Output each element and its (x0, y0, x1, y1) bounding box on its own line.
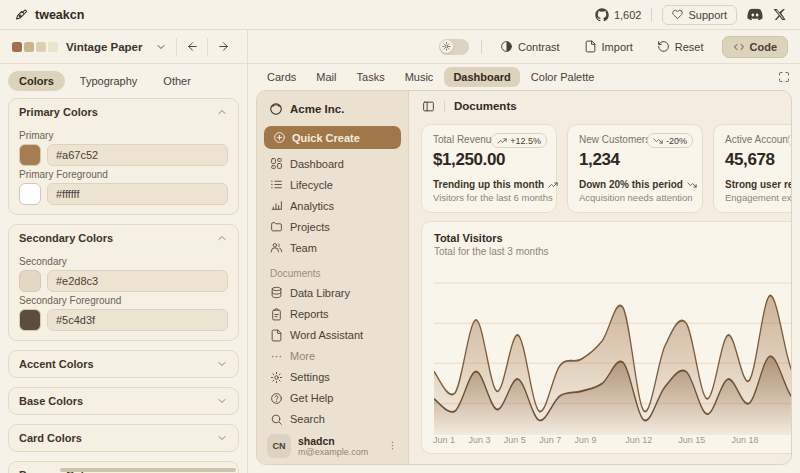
stat-label: Active Accounts (725, 134, 791, 145)
nav-label: Word Assistant (290, 329, 363, 341)
tab-mail[interactable]: Mail (307, 67, 345, 87)
quick-create-button[interactable]: Quick Create (264, 126, 401, 149)
section-primary-colors: Primary Colors Primary Primary Foregroun… (8, 98, 239, 215)
section-title: Secondary Colors (19, 232, 113, 244)
nav-item-data-library[interactable]: Data Library (264, 282, 401, 303)
nav-item-projects[interactable]: Projects (264, 216, 401, 237)
user-menu[interactable]: CN shadcn m@example.com (264, 430, 401, 458)
list-details-icon (270, 178, 283, 191)
sun-icon (440, 40, 453, 53)
stat-line1: Strong user retention (725, 179, 791, 190)
nav-item-search[interactable]: Search (264, 409, 401, 430)
stat-value: $1,250.00 (433, 150, 545, 170)
area-chart (434, 263, 791, 435)
users-icon (270, 241, 283, 254)
code-label: Code (750, 41, 778, 53)
hex-input-secondary-foreground[interactable] (47, 309, 228, 331)
layout-dashboard-icon (270, 157, 283, 170)
code-button[interactable]: Code (722, 36, 789, 58)
badge-value: -20% (666, 136, 687, 146)
nav-item-team[interactable]: Team (264, 237, 401, 258)
panel-left-toggle-icon[interactable] (422, 100, 435, 113)
stat-line1: Trending up this month (433, 179, 544, 190)
discord-icon[interactable] (747, 8, 763, 21)
section-accent-colors: Accent Colors (8, 350, 239, 378)
preview-area: Cards Mail Tasks Music Dashboard Color P… (248, 64, 800, 473)
pen-tool-logo-icon (14, 8, 28, 22)
section-title: Primary Colors (19, 106, 98, 118)
trend-badge: -20% (647, 133, 693, 148)
hex-input-primary[interactable] (47, 144, 228, 166)
theme-dropdown-button[interactable] (149, 37, 173, 57)
stat-line1: Down 20% this period (579, 179, 683, 190)
support-button[interactable]: Support (662, 5, 737, 25)
tab-colors[interactable]: Colors (8, 71, 65, 91)
color-swatch-secondary[interactable] (19, 270, 41, 292)
support-label: Support (688, 9, 727, 21)
file-icon (270, 329, 283, 342)
nav-item-more[interactable]: More (264, 346, 401, 367)
section-title: Accent Colors (19, 358, 94, 370)
nav-item-settings[interactable]: Settings (264, 367, 401, 388)
theme-swatch-4 (48, 42, 58, 52)
section-header[interactable]: Base Colors (9, 388, 238, 414)
undo-button[interactable] (180, 37, 204, 57)
tab-color-palette[interactable]: Color Palette (522, 67, 604, 87)
tab-cards[interactable]: Cards (258, 67, 305, 87)
folder-icon (270, 220, 283, 233)
tab-tasks[interactable]: Tasks (348, 67, 394, 87)
nav-item-analytics[interactable]: Analytics (264, 195, 401, 216)
nav-label: Dashboard (290, 158, 344, 170)
hex-input-secondary[interactable] (47, 270, 228, 292)
tab-typography[interactable]: Typography (69, 71, 148, 91)
app-window: tweakcn 1,602 Support (0, 0, 800, 473)
divider (444, 100, 445, 112)
redo-button[interactable] (211, 37, 235, 57)
theme-swatch-3 (36, 42, 46, 52)
content: Colors Typography Other Primary Colors P… (0, 64, 800, 473)
import-button[interactable]: Import (578, 36, 639, 57)
section-header[interactable]: Card Colors (9, 425, 238, 451)
reset-button[interactable]: Reset (651, 36, 710, 57)
stat-value: 45,678 (725, 150, 791, 170)
nav-item-reports[interactable]: Reports (264, 303, 401, 324)
nav-label: Data Library (290, 287, 350, 299)
horizontal-scrollbar[interactable] (60, 468, 236, 472)
editor-sidebar: Colors Typography Other Primary Colors P… (0, 64, 248, 473)
color-swatch-secondary-foreground[interactable] (19, 309, 41, 331)
chevron-up-icon (216, 106, 228, 118)
dashboard-preview-frame: Acme Inc. Quick Create Dashboard (256, 90, 792, 465)
section-header[interactable]: Accent Colors (9, 351, 238, 377)
theme-name[interactable]: Vintage Paper (66, 41, 143, 53)
x-tick: Jun 9 (575, 435, 597, 445)
section-card-colors: Card Colors (8, 424, 239, 452)
reset-label: Reset (675, 41, 704, 53)
star-count: 1,602 (614, 9, 642, 21)
color-swatch-primary[interactable] (19, 144, 41, 166)
tab-other[interactable]: Other (152, 71, 202, 91)
tab-music[interactable]: Music (396, 67, 443, 87)
field-label: Secondary (19, 256, 228, 267)
stat-line2: Engagement exceed targets (725, 192, 791, 203)
arrow-left-icon (186, 40, 199, 53)
nav-item-dashboard[interactable]: Dashboard (264, 153, 401, 174)
hex-input-primary-foreground[interactable] (47, 183, 228, 205)
nav-item-lifecycle[interactable]: Lifecycle (264, 174, 401, 195)
section-header[interactable]: Secondary Colors (9, 225, 238, 251)
field-label: Secondary Foreground (19, 295, 228, 306)
maximize-icon (778, 71, 790, 83)
color-swatch-primary-foreground[interactable] (19, 183, 41, 205)
github-stars[interactable]: 1,602 (595, 8, 642, 22)
x-logo-icon[interactable] (773, 8, 786, 21)
section-header[interactable]: Primary Colors (9, 99, 238, 125)
trending-down-icon (687, 180, 697, 190)
nav-item-get-help[interactable]: Get Help (264, 388, 401, 409)
light-dark-toggle[interactable] (439, 39, 469, 55)
tab-dashboard[interactable]: Dashboard (444, 67, 519, 87)
company-switcher[interactable]: Acme Inc. (264, 98, 401, 120)
contrast-button[interactable]: Contrast (494, 36, 566, 57)
section-title: Base Colors (19, 395, 83, 407)
nav-item-word-assistant[interactable]: Word Assistant (264, 325, 401, 346)
fullscreen-button[interactable] (778, 71, 790, 83)
brand[interactable]: tweakcn (14, 8, 84, 22)
